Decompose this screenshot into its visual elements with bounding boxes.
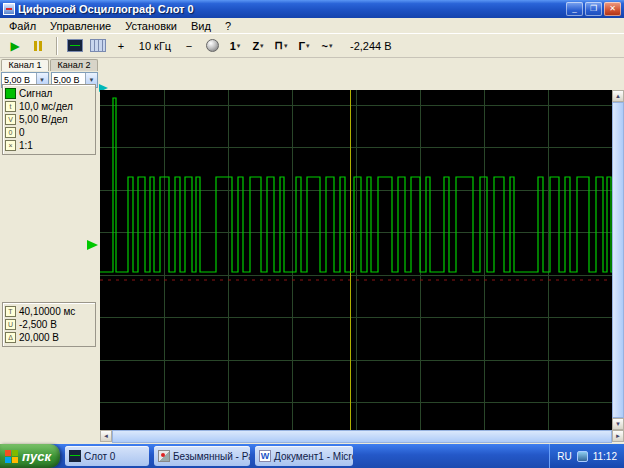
cursor-delta-icon: Δ <box>5 332 16 343</box>
menu-control[interactable]: Управление <box>43 19 118 33</box>
trigger-level-readout: -2,244 В <box>350 40 392 52</box>
pause-icon <box>34 41 42 51</box>
tray-icon[interactable] <box>577 451 588 462</box>
channel-panel: Канал 1 Канал 2 5,00 В ▼ 5,00 В ▼ Сигнал <box>0 58 100 444</box>
pause-button[interactable] <box>28 36 48 56</box>
edge-shape-icon: Γ <box>298 40 305 52</box>
scroll-left-button[interactable]: ◄ <box>100 430 112 442</box>
knob-icon <box>206 39 219 52</box>
app-icon <box>3 3 15 15</box>
oscilloscope-app-icon <box>69 450 81 462</box>
sample-rate-readout: 10 кГц <box>134 40 176 52</box>
cursor-voltage-value: -2,500 В <box>19 319 57 330</box>
toolbar: ▶ + 10 кГц − 1 ▾ Z ▾ ⊓ ▾ Γ ▾ ~ ▾ -2,244 … <box>0 34 624 58</box>
chevron-down-icon: ▾ <box>237 42 241 50</box>
menu-help[interactable]: ? <box>218 19 238 33</box>
oscilloscope-display[interactable] <box>100 90 612 430</box>
minimize-button[interactable]: _ <box>566 2 583 16</box>
offset-icon: 0 <box>5 127 16 138</box>
volts-div-value: 5,00 В/дел <box>19 114 68 125</box>
app-window: Цифровой Осциллограф Слот 0 _ ❐ ✕ Файл У… <box>0 0 624 444</box>
signal-color-icon[interactable] <box>5 88 16 99</box>
freq-increase-button[interactable]: + <box>111 36 131 56</box>
vertical-scrollbar[interactable]: ▲ ▼ <box>612 90 624 430</box>
menu-file[interactable]: Файл <box>2 19 43 33</box>
cursor-time-value: 40,10000 мс <box>19 306 75 317</box>
sine-shape-icon: ~ <box>322 40 328 52</box>
timebase-row: t 10,0 мс/дел <box>5 100 94 113</box>
scroll-right-button[interactable]: ► <box>612 430 624 442</box>
word-app-icon: W <box>259 450 271 462</box>
scope-screen-icon <box>67 39 83 52</box>
clock[interactable]: 11:12 <box>593 451 617 462</box>
signal-info-panel: Сигнал t 10,0 мс/дел V 5,00 В/дел 0 0 × … <box>2 84 96 155</box>
scope-screen-button[interactable] <box>65 36 85 56</box>
toolbar-separator <box>56 37 57 55</box>
tab-channel-1[interactable]: Канал 1 <box>1 59 49 71</box>
paint-app-icon <box>158 450 170 462</box>
taskbar-item-paint[interactable]: Безымянный - Paint <box>154 446 250 466</box>
menubar: Файл Управление Установки Вид ? <box>0 18 624 34</box>
chevron-down-icon: ▾ <box>329 42 333 50</box>
window-title: Цифровой Осциллограф Слот 0 <box>18 3 563 15</box>
knob-button[interactable] <box>202 36 222 56</box>
volts-div-icon: V <box>5 114 16 125</box>
freq-decrease-button[interactable]: − <box>179 36 199 56</box>
cursor-info-panel: T 40,10000 мс U -2,500 В Δ 20,000 В <box>2 302 96 347</box>
chevron-down-icon: ▾ <box>306 42 310 50</box>
grid-icon <box>90 39 106 52</box>
taskbar-item-word[interactable]: W Документ1 - Microso... <box>255 446 353 466</box>
chevron-down-icon: ▾ <box>284 42 288 50</box>
horizontal-scroll-thumb[interactable] <box>112 430 612 443</box>
trigger-source-button[interactable]: 1 ▾ <box>225 36 245 56</box>
tab-channel-2[interactable]: Канал 2 <box>50 59 98 71</box>
taskbar: пуск Слот 0 Безымянный - Paint W Докумен… <box>0 444 624 468</box>
play-icon: ▶ <box>10 40 19 52</box>
timebase-icon: t <box>5 101 16 112</box>
trigger-mode-icon: Z <box>252 40 259 52</box>
vertical-scroll-thumb[interactable] <box>612 102 624 418</box>
volts-div-row: V 5,00 В/дел <box>5 113 94 126</box>
run-button[interactable]: ▶ <box>5 36 25 56</box>
cursor-delta-value: 20,000 В <box>19 332 59 343</box>
cursor-delta-row: Δ 20,000 В <box>5 331 94 344</box>
signal-label: Сигнал <box>19 88 52 99</box>
trigger-mode-button[interactable]: Z ▾ <box>248 36 268 56</box>
offset-value: 0 <box>19 127 25 138</box>
client-area: Канал 1 Канал 2 5,00 В ▼ 5,00 В ▼ Сигнал <box>0 58 624 444</box>
horizontal-scrollbar[interactable]: ◄ ► <box>100 430 624 443</box>
taskbar-item-label: Слот 0 <box>84 451 115 462</box>
system-tray: RU 11:12 <box>549 444 624 468</box>
probe-ratio-row: × 1:1 <box>5 139 94 152</box>
cursor-voltage-row: U -2,500 В <box>5 318 94 331</box>
titlebar: Цифровой Осциллограф Слот 0 _ ❐ ✕ <box>0 0 624 18</box>
probe-ratio-icon: × <box>5 140 16 151</box>
offset-row: 0 0 <box>5 126 94 139</box>
cursor-time-row: T 40,10000 мс <box>5 305 94 318</box>
cursor-time-icon: T <box>5 306 16 317</box>
taskbar-item-slot0[interactable]: Слот 0 <box>65 446 149 466</box>
windows-logo-icon <box>5 450 18 463</box>
signal-row: Сигнал <box>5 87 94 100</box>
ground-level-marker-icon[interactable] <box>87 240 98 250</box>
waveform-plot[interactable] <box>100 90 612 430</box>
menu-settings[interactable]: Установки <box>118 19 184 33</box>
cursor-voltage-icon: U <box>5 319 16 330</box>
close-button[interactable]: ✕ <box>604 2 621 16</box>
scroll-down-button[interactable]: ▼ <box>612 418 624 430</box>
chevron-down-icon: ▾ <box>260 42 264 50</box>
probe-ratio-value: 1:1 <box>19 140 33 151</box>
trigger-edge-button[interactable]: Γ ▾ <box>294 36 314 56</box>
taskbar-item-label: Документ1 - Microso... <box>274 451 353 462</box>
start-label: пуск <box>22 449 51 464</box>
language-indicator[interactable]: RU <box>557 451 571 462</box>
menu-view[interactable]: Вид <box>184 19 218 33</box>
trigger-pulse-button[interactable]: ⊓ ▾ <box>271 36 291 56</box>
start-button[interactable]: пуск <box>0 444 60 468</box>
maximize-button[interactable]: ❐ <box>585 2 602 16</box>
pulse-shape-icon: ⊓ <box>274 39 283 52</box>
scroll-up-button[interactable]: ▲ <box>612 90 624 102</box>
taskbar-item-label: Безымянный - Paint <box>173 451 250 462</box>
trigger-sine-button[interactable]: ~ ▾ <box>317 36 337 56</box>
grid-setup-button[interactable] <box>88 36 108 56</box>
